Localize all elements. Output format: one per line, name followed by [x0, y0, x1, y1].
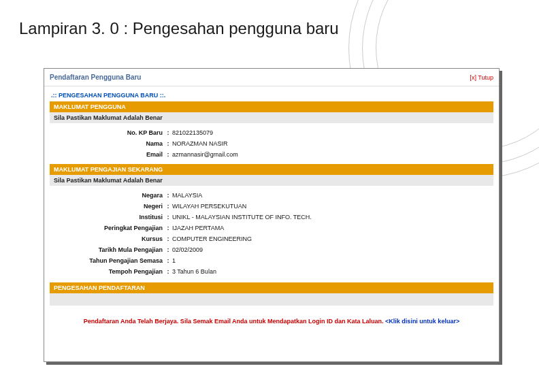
window-content: .:: PENGESAHAN PENGGUNA BARU ::. MAKLUMA… — [44, 86, 499, 331]
field-value: 1 — [171, 255, 493, 266]
field-label: Negeri — [50, 201, 165, 212]
personal-fields: No. KP Baru : 821022135079 Nama : NORAZM… — [50, 123, 493, 164]
field-row: Tahun Pengajian Semasa : 1 — [50, 255, 493, 266]
field-row: Email : azmannasir@gmail.com — [50, 149, 493, 160]
section-study-subheader: Sila Pastikan Maklumat Adalah Benar — [50, 175, 493, 186]
field-sep: : — [165, 255, 171, 266]
study-fields: Negara : MALAYSIA Negeri : WILAYAH PERSE… — [50, 186, 493, 281]
field-value: COMPUTER ENGINEERING — [171, 233, 493, 244]
field-value: MALAYSIA — [171, 190, 493, 201]
field-sep: : — [165, 138, 171, 149]
field-value: azmannasir@gmail.com — [171, 149, 493, 160]
field-sep: : — [165, 244, 171, 255]
window-title: Pendaftaran Pengguna Baru — [50, 74, 141, 81]
success-message-row: Pendaftaran Anda Telah Berjaya. Sila Sem… — [50, 306, 493, 329]
field-label: Email — [50, 149, 165, 160]
field-label: Tarikh Mula Pengajian — [50, 244, 165, 255]
field-label: Kursus — [50, 233, 165, 244]
close-button[interactable]: [x] Tutup — [470, 74, 493, 81]
field-label: No. KP Baru — [50, 127, 165, 138]
field-row: Tarikh Mula Pengajian : 02/02/2009 — [50, 244, 493, 255]
field-label: Peringkat Pengajian — [50, 223, 165, 233]
field-label: Negara — [50, 190, 165, 201]
confirm-sub-bar — [50, 293, 493, 306]
field-row: Tempoh Pengajian : 3 Tahun 6 Bulan — [50, 266, 493, 277]
exit-link[interactable]: <Klik disini untuk keluar> — [385, 318, 459, 325]
field-sep: : — [165, 190, 171, 201]
field-label: Tahun Pengajian Semasa — [50, 255, 165, 266]
field-value: UNIKL - MALAYSIAN INSTITUTE OF INFO. TEC… — [171, 212, 493, 223]
field-value: NORAZMAN NASIR — [171, 138, 493, 149]
field-row: No. KP Baru : 821022135079 — [50, 127, 493, 138]
field-sep: : — [165, 266, 171, 277]
field-sep: : — [165, 233, 171, 244]
confirm-bar: PENGESAHAN PENDAFTARAN — [50, 282, 493, 293]
field-value: WILAYAH PERSEKUTUAN — [171, 201, 493, 212]
slide-title: Lampiran 3. 0 : Pengesahan pengguna baru — [19, 19, 339, 38]
field-sep: : — [165, 201, 171, 212]
section-study-header: MAKLUMAT PENGAJIAN SEKARANG — [50, 164, 493, 175]
section-personal-subheader: Sila Pastikan Maklumat Adalah Benar — [50, 112, 493, 123]
field-row: Negara : MALAYSIA — [50, 190, 493, 201]
section-personal-header: MAKLUMAT PENGGUNA — [50, 101, 493, 112]
field-sep: : — [165, 223, 171, 233]
field-row: Institusi : UNIKL - MALAYSIAN INSTITUTE … — [50, 212, 493, 223]
field-sep: : — [165, 149, 171, 160]
field-label: Nama — [50, 138, 165, 149]
field-label: Institusi — [50, 212, 165, 223]
field-sep: : — [165, 212, 171, 223]
field-row: Kursus : COMPUTER ENGINEERING — [50, 233, 493, 244]
field-value: 3 Tahun 6 Bulan — [171, 266, 493, 277]
window-header: Pendaftaran Pengguna Baru [x] Tutup — [44, 69, 499, 86]
field-row: Negeri : WILAYAH PERSEKUTUAN — [50, 201, 493, 212]
field-value: IJAZAH PERTAMA — [171, 223, 493, 233]
field-row: Peringkat Pengajian : IJAZAH PERTAMA — [50, 223, 493, 233]
page-subheading: .:: PENGESAHAN PENGGUNA BARU ::. — [50, 89, 493, 101]
field-value: 02/02/2009 — [171, 244, 493, 255]
field-value: 821022135079 — [171, 127, 493, 138]
field-sep: : — [165, 127, 171, 138]
field-row: Nama : NORAZMAN NASIR — [50, 138, 493, 149]
field-label: Tempoh Pengajian — [50, 266, 165, 277]
success-text: Pendaftaran Anda Telah Berjaya. Sila Sem… — [84, 318, 385, 325]
app-window: Pendaftaran Pengguna Baru [x] Tutup .:: … — [44, 68, 500, 362]
